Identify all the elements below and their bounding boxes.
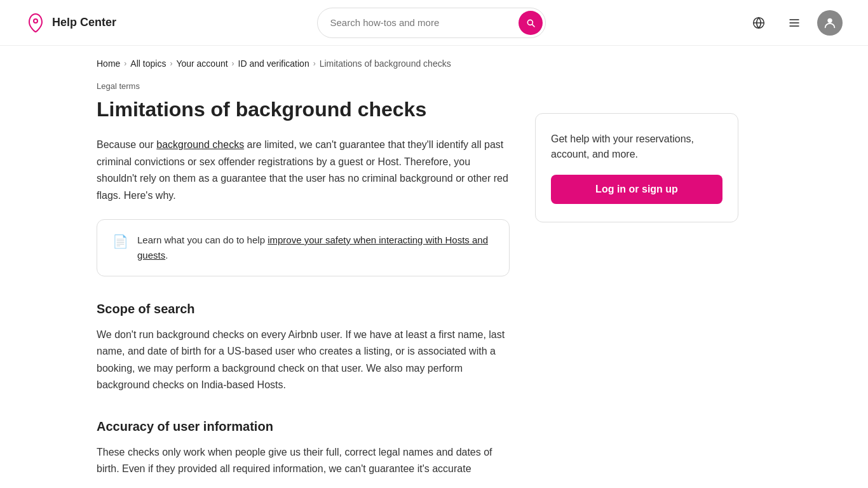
breadcrumb-home[interactable]: Home [97, 58, 120, 69]
search-bar[interactable] [317, 8, 546, 38]
section-heading-1: Scope of search [97, 302, 510, 316]
breadcrumb-sep-4: › [313, 59, 316, 68]
breadcrumb-id-verification[interactable]: ID and verification [238, 58, 309, 69]
search-input[interactable] [330, 17, 519, 28]
header-logo-area: Help Center [25, 13, 116, 33]
search-icon [526, 18, 536, 28]
breadcrumb-your-account[interactable]: Your account [176, 58, 227, 69]
info-box-text: Learn what you can do to help improve yo… [137, 233, 494, 263]
user-icon [823, 16, 837, 30]
section-body-2: These checks only work when people give … [97, 444, 510, 478]
article-intro: Because our background checks are limite… [97, 137, 510, 204]
main-content: Legal terms Limitations of background ch… [0, 81, 868, 488]
breadcrumb-sep-1: › [124, 59, 126, 68]
background-checks-link[interactable]: background checks [156, 139, 244, 150]
breadcrumb: Home › All topics › Your account › ID an… [0, 46, 868, 81]
breadcrumb-all-topics[interactable]: All topics [130, 58, 166, 69]
login-signup-button[interactable]: Log in or sign up [551, 175, 722, 204]
article: Legal terms Limitations of background ch… [97, 81, 510, 477]
info-text-before: Learn what you can do to help [137, 234, 268, 245]
site-header: Help Center [0, 0, 868, 46]
airbnb-logo [25, 13, 46, 33]
globe-button[interactable] [746, 10, 771, 36]
section-heading-2: Accuracy of user information [97, 419, 510, 434]
section-body-1: We don't run background checks on every … [97, 327, 510, 394]
info-box-icon: 📄 [112, 234, 128, 249]
globe-icon [752, 17, 765, 29]
svg-point-4 [827, 18, 832, 22]
site-title: Help Center [52, 16, 116, 29]
info-text-after: . [165, 250, 168, 261]
header-actions [746, 10, 843, 36]
breadcrumb-sep-3: › [232, 59, 234, 68]
intro-text-before: Because our [97, 139, 156, 150]
article-title: Limitations of background checks [97, 97, 510, 121]
menu-icon [788, 17, 801, 29]
search-button[interactable] [519, 11, 543, 35]
sidebar-card-text: Get help with your reservations, account… [551, 132, 722, 162]
info-box: 📄 Learn what you can do to help improve … [97, 219, 510, 276]
menu-button[interactable] [782, 10, 807, 36]
sidebar-card: Get help with your reservations, account… [535, 113, 738, 222]
breadcrumb-current: Limitations of background checks [320, 58, 451, 69]
article-category: Legal terms [97, 81, 510, 91]
user-avatar-button[interactable] [817, 10, 843, 36]
sidebar: Get help with your reservations, account… [535, 81, 738, 477]
breadcrumb-sep-2: › [170, 59, 172, 68]
